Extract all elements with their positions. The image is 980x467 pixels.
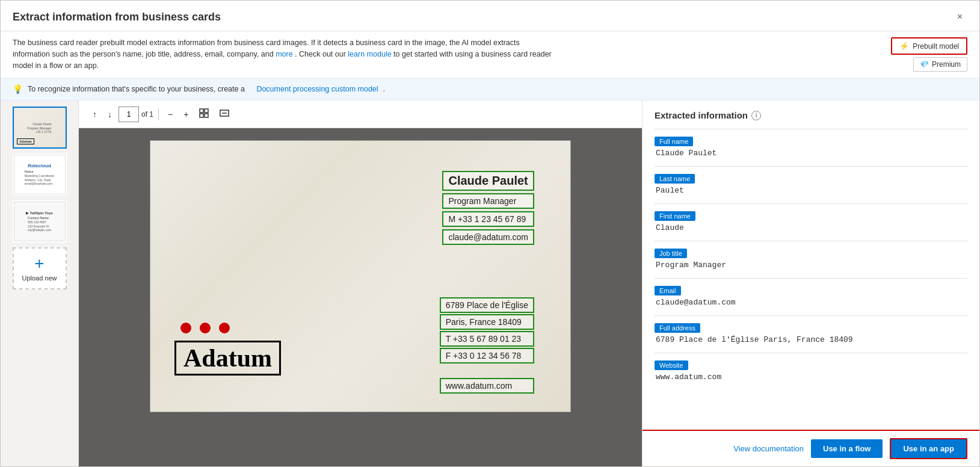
viewer-canvas[interactable]: Claude Paulet Program Manager M +33 1 23… [79,128,642,466]
card-title-box: Program Manager [442,193,534,209]
card-dot-2 [200,323,211,333]
card-name-box: Claude Paulet [442,171,534,191]
card-address-line1-box: 6789 Place de l'Église [440,297,534,313]
full-address-label: Full address [655,323,700,333]
thumbnail-3[interactable]: ▶ TailSpin Toys Contact Name 555-123-456… [13,200,67,243]
card-address-line2-box: Paris, France 18409 [440,314,534,330]
viewer-toolbar: ↑ ↓ of 1 − + [79,101,642,128]
card-phone-m-box: M +33 1 23 45 67 89 [442,211,534,227]
use-in-app-button[interactable]: Use in an app [890,438,967,459]
field-email: Email claude@adatum.com [655,286,967,307]
business-card-image: Claude Paulet Program Manager M +33 1 23… [150,140,571,412]
card-content: Claude Paulet Program Manager M +33 1 23… [150,141,570,412]
last-name-label: Last name [655,174,695,184]
close-button[interactable]: × [952,9,967,25]
header-description: The business card reader prebuilt model … [13,37,554,71]
thumbnail-panel: Adatum Claude Paulet Program Manager +33… [1,101,79,466]
zoom-out-button[interactable]: − [164,107,177,122]
dialog-title: Extract information from business cards [13,11,221,23]
header-buttons: ⚡ Prebuilt model 💎 Premium [891,37,967,72]
panel-divider-top [655,129,967,129]
email-value: claude@adatum.com [655,298,967,307]
navigate-up-button[interactable]: ↑ [88,107,101,122]
learn-module-link[interactable]: learn module [348,50,391,58]
premium-button[interactable]: 💎 Premium [913,57,967,72]
job-title-value: Program Manager [655,261,967,270]
fit-page-icon [199,108,209,118]
field-full-name: Full name Claude Paulet [655,137,967,158]
card-dots [180,323,230,333]
first-name-value: Claude [655,223,967,232]
fit-page-button[interactable] [195,105,213,123]
panel-divider-2 [655,203,967,204]
card-phone-t-box: T +33 5 67 89 01 23 [440,331,534,347]
panel-divider-3 [655,241,967,241]
info-banner: 💡 To recognize information that's specif… [1,78,979,101]
job-title-label: Job title [655,249,687,258]
more-link[interactable]: more [276,50,292,58]
full-address-value: 6789 Place de l'Église Paris, France 184… [655,335,967,344]
svg-rect-3 [205,114,208,117]
card-logo-text: Adatum [174,341,281,376]
svg-rect-0 [200,109,203,113]
diamond-icon: 💎 [920,60,929,69]
field-full-address: Full address 6789 Place de l'Église Pari… [655,323,967,344]
email-label: Email [655,286,681,295]
page-indicator: of 1 [119,107,153,122]
upload-new-label: Upload new [22,274,57,282]
view-documentation-link[interactable]: View documentation [733,444,804,453]
card-email-box: claude@adatum.com [442,229,534,245]
panel-divider-5 [655,315,967,316]
viewer-area: ↑ ↓ of 1 − + [79,101,643,466]
first-name-label: First name [655,211,695,221]
toolbar-divider [158,108,159,120]
info-panel-scroll[interactable]: Extracted information i Full name Claude… [643,101,979,430]
full-name-label: Full name [655,137,693,146]
title-bar: Extract information from business cards … [1,1,979,31]
fit-width-button[interactable] [215,105,233,123]
card-phone-f-box: F +33 0 12 34 56 78 [440,348,534,363]
main-content: Adatum Claude Paulet Program Manager +33… [1,101,979,466]
plus-icon: + [34,255,44,272]
dialog: Extract information from business cards … [0,0,980,467]
banner-text: To recognize information that's specific… [28,85,245,93]
page-total: of 1 [141,110,153,119]
info-tooltip-icon: i [751,111,761,120]
page-number-input[interactable] [119,107,139,122]
extracted-info-title: Extracted information i [655,110,967,120]
navigate-down-button[interactable]: ↓ [103,107,116,122]
custom-model-link[interactable]: Document processing custom model [256,85,378,93]
svg-rect-2 [200,114,203,117]
full-name-value: Claude Paulet [655,149,967,158]
lightning-icon: ⚡ [899,42,909,51]
card-logo: Adatum [174,341,281,376]
panel-divider-1 [655,166,967,167]
card-website-box: www.adatum.com [440,378,534,394]
panel-divider-6 [655,353,967,353]
field-last-name: Last name Paulet [655,174,967,195]
use-in-flow-button[interactable]: Use in a flow [811,439,883,458]
thumbnail-1[interactable]: Adatum Claude Paulet Program Manager +33… [13,107,67,149]
field-website: Website www.adatum.com [655,360,967,382]
fit-width-icon [220,108,229,118]
card-address-section: 6789 Place de l'Église Paris, France 184… [440,297,534,394]
upload-new-button[interactable]: + Upload new [13,247,67,289]
svg-rect-1 [205,109,208,113]
card-dot-3 [219,323,230,333]
panel-divider-4 [655,278,967,279]
last-name-value: Paulet [655,186,967,195]
field-job-title: Job title Program Manager [655,249,967,270]
card-info-section: Claude Paulet Program Manager M +33 1 23… [442,171,534,245]
banner-text2: . [383,85,385,93]
info-panel-footer: View documentation Use in a flow Use in … [643,430,979,466]
website-label: Website [655,360,688,370]
thumbnail-2[interactable]: Rolecloud Name Marketing Coordinator Add… [13,153,67,196]
prebuilt-model-button[interactable]: ⚡ Prebuilt model [891,37,967,55]
header-text-2: . Check out our [295,50,346,58]
card-dot-1 [180,323,191,333]
header-area: The business card reader prebuilt model … [1,31,979,78]
field-first-name: First name Claude [655,211,967,232]
zoom-in-button[interactable]: + [179,107,193,122]
website-value: www.adatum.com [655,373,967,382]
bulb-icon: 💡 [13,84,23,94]
